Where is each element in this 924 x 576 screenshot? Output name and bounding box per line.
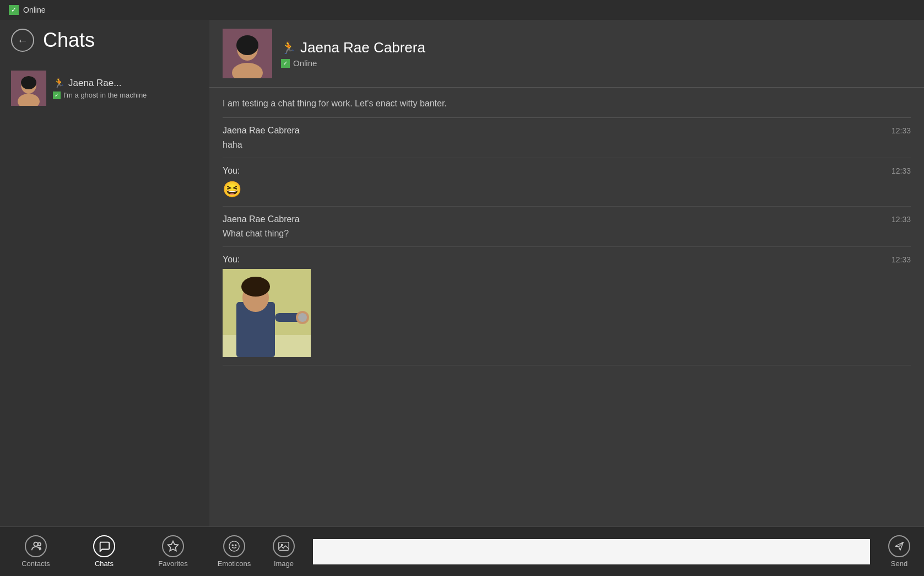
send-button[interactable]: Send bbox=[874, 527, 924, 576]
chat-contact-name: Jaena Rae Cabrera bbox=[300, 39, 425, 56]
top-status-text: Online bbox=[23, 6, 45, 14]
svg-point-20 bbox=[232, 545, 233, 546]
sidebar-header: ← Chats bbox=[0, 20, 209, 61]
message-group-1: Jaena Rae Cabrera 12:33 haha bbox=[223, 118, 911, 158]
favorites-icon bbox=[162, 535, 184, 557]
emoticons-button[interactable]: Emoticons bbox=[209, 527, 259, 576]
nav-favorites[interactable]: Favorites bbox=[149, 531, 196, 572]
message-time-3: 12:33 bbox=[891, 215, 911, 224]
contact-avatar bbox=[11, 71, 46, 106]
message-header-4: You: 12:33 bbox=[223, 255, 911, 265]
chat-contact-info: 🏃 Jaena Rae Cabrera ✓ Online bbox=[281, 39, 425, 68]
svg-marker-6 bbox=[168, 541, 178, 551]
sidebar-bottom-nav: Contacts Chats Favorites bbox=[0, 526, 209, 576]
chat-contact-name-row: 🏃 Jaena Rae Cabrera bbox=[281, 39, 425, 56]
svg-point-5 bbox=[38, 543, 41, 546]
message-group-4: You: 12:33 bbox=[223, 247, 911, 365]
message-time-1: 12:33 bbox=[891, 126, 911, 135]
message-sender-3: Jaena Rae Cabrera bbox=[223, 214, 300, 224]
nav-chats[interactable]: Chats bbox=[84, 531, 124, 572]
contact-running-icon: 🏃 bbox=[53, 77, 65, 89]
send-icon bbox=[888, 535, 910, 557]
intro-message: I am testing a chat thing for work. Let'… bbox=[223, 88, 911, 118]
nav-contacts-label: Contacts bbox=[21, 559, 50, 568]
contact-online-icon: ✓ bbox=[53, 91, 61, 99]
message-body-4 bbox=[223, 269, 911, 357]
message-body-2: 😆 bbox=[223, 180, 911, 198]
svg-point-3 bbox=[21, 76, 36, 89]
message-group-3: Jaena Rae Cabrera 12:33 What chat thing? bbox=[223, 207, 911, 247]
svg-point-18 bbox=[298, 313, 307, 322]
contacts-icon bbox=[25, 535, 47, 557]
svg-point-10 bbox=[236, 35, 258, 55]
svg-point-19 bbox=[229, 541, 239, 551]
image-button[interactable]: Image bbox=[259, 527, 309, 576]
nav-favorites-label: Favorites bbox=[158, 559, 187, 568]
main-content: ← Chats bbox=[0, 20, 924, 576]
chat-online-icon: ✓ bbox=[281, 59, 290, 68]
message-sender-2: You: bbox=[223, 166, 240, 176]
message-time-2: 12:33 bbox=[891, 166, 911, 175]
contact-status-row: ✓ I'm a ghost in the machine bbox=[53, 91, 198, 99]
contact-status-text: I'm a ghost in the machine bbox=[63, 91, 147, 99]
chat-status-row: ✓ Online bbox=[281, 58, 425, 68]
chat-input-bar: Emoticons Image bbox=[209, 526, 924, 576]
svg-point-23 bbox=[281, 544, 283, 546]
chat-avatar bbox=[223, 29, 272, 78]
top-bar: ✓ Online bbox=[0, 0, 924, 20]
message-group-2: You: 12:33 😆 bbox=[223, 158, 911, 207]
send-label: Send bbox=[891, 559, 907, 568]
image-icon bbox=[273, 535, 295, 557]
message-input[interactable] bbox=[313, 539, 870, 564]
svg-point-4 bbox=[34, 542, 37, 546]
message-body-1: haha bbox=[223, 140, 911, 150]
nav-chats-label: Chats bbox=[95, 559, 114, 568]
svg-rect-22 bbox=[279, 542, 289, 551]
sidebar-title: Chats bbox=[43, 29, 95, 52]
svg-point-15 bbox=[241, 277, 270, 297]
contact-avatar-image bbox=[11, 71, 46, 106]
contact-name: Jaena Rae... bbox=[68, 78, 121, 89]
message-header-2: You: 12:33 bbox=[223, 166, 911, 176]
contact-info: 🏃 Jaena Rae... ✓ I'm a ghost in the mach… bbox=[53, 77, 198, 99]
sidebar-watermark bbox=[28, 363, 182, 543]
intro-message-text: I am testing a chat thing for work. Let'… bbox=[223, 99, 447, 108]
chat-running-icon: 🏃 bbox=[281, 41, 296, 55]
message-time-4: 12:33 bbox=[891, 255, 911, 264]
contact-name-row: 🏃 Jaena Rae... bbox=[53, 77, 198, 89]
message-header-3: Jaena Rae Cabrera 12:33 bbox=[223, 214, 911, 224]
message-body-3: What chat thing? bbox=[223, 229, 911, 239]
svg-point-21 bbox=[235, 545, 236, 546]
chat-panel: 🏃 Jaena Rae Cabrera ✓ Online I am testin… bbox=[209, 20, 924, 576]
emoticons-icon bbox=[223, 535, 245, 557]
emoticons-label: Emoticons bbox=[218, 559, 251, 568]
sidebar: ← Chats bbox=[0, 20, 209, 576]
message-sender-1: Jaena Rae Cabrera bbox=[223, 126, 300, 136]
back-button[interactable]: ← bbox=[11, 29, 34, 52]
contact-item[interactable]: 🏃 Jaena Rae... ✓ I'm a ghost in the mach… bbox=[0, 65, 209, 111]
chat-header: 🏃 Jaena Rae Cabrera ✓ Online bbox=[209, 20, 924, 88]
message-sender-4: You: bbox=[223, 255, 240, 265]
chat-status-text: Online bbox=[293, 58, 317, 68]
message-image[interactable] bbox=[223, 269, 311, 357]
contact-list: 🏃 Jaena Rae... ✓ I'm a ghost in the mach… bbox=[0, 61, 209, 116]
nav-contacts[interactable]: Contacts bbox=[13, 531, 58, 572]
online-checkbox-icon: ✓ bbox=[9, 5, 19, 15]
chat-messages[interactable]: I am testing a chat thing for work. Let'… bbox=[209, 88, 924, 526]
chat-avatar-image bbox=[223, 29, 272, 78]
message-header-1: Jaena Rae Cabrera 12:33 bbox=[223, 126, 911, 136]
chats-icon bbox=[93, 535, 115, 557]
image-label: Image bbox=[274, 559, 294, 568]
